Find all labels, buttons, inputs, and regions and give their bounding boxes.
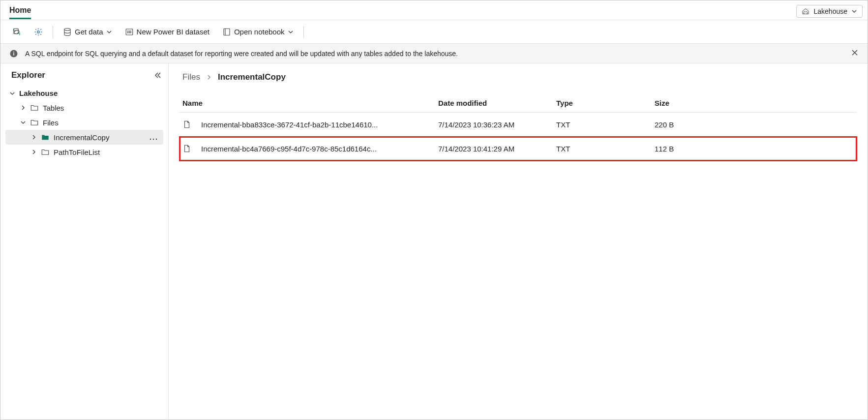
tree-root-lakehouse[interactable]: Lakehouse bbox=[5, 86, 163, 100]
svg-point-6 bbox=[130, 30, 131, 31]
file-icon bbox=[182, 144, 191, 153]
breadcrumb: Files IncrementalCopy bbox=[180, 72, 857, 82]
tree-label: Files bbox=[43, 119, 159, 127]
file-size: 220 B bbox=[655, 120, 753, 129]
svg-point-7 bbox=[127, 32, 128, 32]
file-date: 7/14/2023 10:41:29 AM bbox=[438, 145, 556, 153]
col-size[interactable]: Size bbox=[655, 99, 753, 107]
svg-point-4 bbox=[127, 30, 128, 31]
tree-label: PathToFileList bbox=[54, 148, 159, 156]
breadcrumb-current[interactable]: IncrementalCopy bbox=[218, 72, 286, 82]
tree-label: IncrementalCopy bbox=[54, 133, 144, 142]
chevron-down-icon bbox=[9, 90, 15, 96]
table-row[interactable]: Incremental-bc4a7669-c95f-4d7c-978c-85c1… bbox=[180, 137, 857, 161]
svg-rect-14 bbox=[13, 53, 14, 55]
new-dataset-button[interactable]: New Power BI dataset bbox=[122, 26, 212, 38]
table-row[interactable]: Incremental-bba833ce-3672-41cf-ba2b-11cb… bbox=[180, 113, 857, 137]
col-date-modified[interactable]: Date modified bbox=[438, 99, 556, 107]
file-date: 7/14/2023 10:36:23 AM bbox=[438, 120, 556, 129]
notification-close[interactable] bbox=[851, 49, 859, 58]
toolbar-separator bbox=[303, 26, 304, 38]
folder-icon bbox=[41, 148, 50, 156]
explorer-header: Explorer bbox=[0, 70, 168, 85]
explorer-tree: Lakehouse Tables Files IncrementalCopy bbox=[0, 85, 168, 160]
tree-label: Lakehouse bbox=[19, 89, 159, 97]
breadcrumb-files[interactable]: Files bbox=[182, 72, 200, 82]
col-type[interactable]: Type bbox=[556, 99, 655, 107]
chevron-down-icon bbox=[106, 29, 112, 35]
tree-item-files[interactable]: Files bbox=[5, 115, 163, 130]
database-icon bbox=[63, 28, 72, 36]
svg-point-15 bbox=[150, 138, 151, 140]
chevron-right-icon bbox=[31, 149, 37, 155]
open-notebook-label: Open notebook bbox=[234, 28, 285, 36]
refresh-icon bbox=[12, 28, 21, 36]
refresh-button[interactable] bbox=[9, 26, 24, 38]
svg-point-16 bbox=[153, 138, 154, 140]
svg-point-13 bbox=[13, 51, 14, 52]
get-data-label: Get data bbox=[75, 28, 103, 36]
explorer-panel: Explorer Lakehouse Tables Files bbox=[0, 63, 169, 420]
svg-point-17 bbox=[156, 138, 157, 140]
toolbar: Get data New Power BI dataset Open noteb… bbox=[0, 20, 868, 44]
folder-icon bbox=[30, 118, 39, 127]
svg-point-5 bbox=[129, 30, 129, 31]
chevron-down-icon bbox=[851, 8, 857, 14]
file-name: Incremental-bba833ce-3672-41cf-ba2b-11cb… bbox=[201, 120, 378, 129]
file-table: Name Date modified Type Size Incremental… bbox=[180, 94, 857, 161]
get-data-button[interactable]: Get data bbox=[60, 26, 115, 38]
chevron-down-icon bbox=[288, 29, 294, 35]
notebook-icon bbox=[222, 28, 231, 36]
file-icon bbox=[182, 120, 191, 129]
header-bar: Home Lakehouse bbox=[0, 0, 868, 20]
file-type: TXT bbox=[556, 120, 655, 129]
svg-rect-10 bbox=[224, 29, 230, 35]
notification-bar: A SQL endpoint for SQL querying and a de… bbox=[0, 44, 868, 63]
table-header: Name Date modified Type Size bbox=[180, 94, 857, 113]
mode-label: Lakehouse bbox=[813, 7, 847, 15]
body: Explorer Lakehouse Tables Files bbox=[0, 63, 868, 420]
toolbar-separator bbox=[53, 26, 53, 38]
svg-rect-3 bbox=[126, 29, 133, 35]
svg-point-9 bbox=[130, 32, 131, 32]
app-root: Home Lakehouse Get data New Power BI dat… bbox=[0, 0, 868, 420]
new-dataset-label: New Power BI dataset bbox=[137, 28, 210, 36]
collapse-panel-icon[interactable] bbox=[153, 71, 161, 79]
folder-filled-icon bbox=[41, 133, 50, 142]
tree-item-more[interactable] bbox=[148, 133, 159, 142]
svg-point-8 bbox=[129, 32, 129, 32]
chevron-right-icon bbox=[206, 74, 212, 80]
tree-item-tables[interactable]: Tables bbox=[5, 100, 163, 115]
col-name[interactable]: Name bbox=[182, 99, 438, 107]
file-name: Incremental-bc4a7669-c95f-4d7c-978c-85c1… bbox=[201, 145, 377, 153]
tree-item-incrementalcopy[interactable]: IncrementalCopy bbox=[5, 130, 163, 145]
notification-text: A SQL endpoint for SQL querying and a de… bbox=[25, 50, 458, 58]
mode-dropdown[interactable]: Lakehouse bbox=[796, 5, 863, 18]
tree-label: Tables bbox=[43, 104, 159, 112]
explorer-title: Explorer bbox=[11, 70, 45, 80]
tree-item-pathtofilelist[interactable]: PathToFileList bbox=[5, 145, 163, 159]
file-size: 112 B bbox=[655, 145, 753, 153]
settings-button[interactable] bbox=[31, 26, 46, 38]
info-icon bbox=[9, 49, 18, 58]
content-area: Files IncrementalCopy Name Date modified… bbox=[169, 63, 868, 420]
svg-point-1 bbox=[37, 30, 40, 33]
svg-point-2 bbox=[64, 28, 70, 30]
chevron-down-icon bbox=[20, 120, 26, 125]
lakehouse-icon bbox=[802, 7, 809, 15]
close-icon bbox=[851, 49, 859, 57]
file-type: TXT bbox=[556, 145, 655, 153]
more-icon bbox=[150, 138, 157, 140]
chevron-right-icon bbox=[31, 134, 37, 140]
folder-icon bbox=[30, 103, 39, 112]
tab-home[interactable]: Home bbox=[9, 3, 31, 19]
gear-icon bbox=[34, 28, 43, 36]
chevron-right-icon bbox=[20, 105, 26, 111]
dataset-icon bbox=[125, 28, 134, 36]
open-notebook-button[interactable]: Open notebook bbox=[219, 26, 297, 38]
